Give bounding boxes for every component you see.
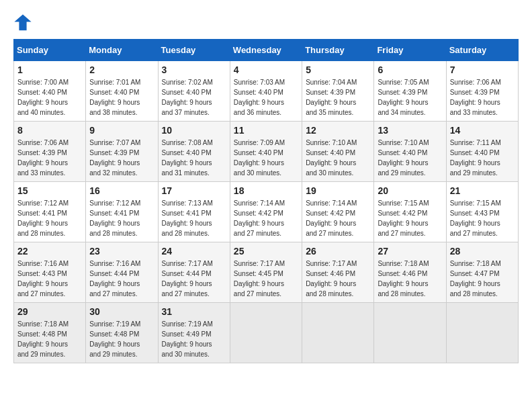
day-info: Sunrise: 7:03 AMSunset: 4:40 PMDaylight:…	[234, 77, 298, 118]
daylight-minutes: and 31 minutes.	[162, 169, 210, 177]
day-info: Sunrise: 7:06 AMSunset: 4:39 PMDaylight:…	[450, 77, 515, 118]
daylight-minutes: and 28 minutes.	[17, 230, 65, 237]
daylight-minutes: and 29 minutes.	[17, 351, 65, 358]
calendar-cell: 6Sunrise: 7:05 AMSunset: 4:39 PMDaylight…	[374, 61, 446, 122]
day-number: 7	[450, 64, 515, 75]
daylight-hours: Daylight: 9 hours	[162, 99, 212, 106]
daylight-minutes: and 38 minutes.	[89, 109, 137, 116]
calendar-cell: 2Sunrise: 7:01 AMSunset: 4:40 PMDaylight…	[86, 61, 158, 122]
day-number: 29	[17, 306, 82, 317]
daylight-hours: Daylight: 9 hours	[89, 340, 140, 348]
calendar-cell	[374, 303, 446, 363]
calendar-cell: 13Sunrise: 7:10 AMSunset: 4:40 PMDayligh…	[374, 122, 446, 182]
weekday-header-thursday: Thursday	[302, 40, 374, 61]
daylight-hours: Daylight: 9 hours	[450, 220, 500, 227]
calendar-cell: 14Sunrise: 7:11 AMSunset: 4:40 PMDayligh…	[446, 122, 518, 182]
daylight-minutes: and 30 minutes.	[234, 169, 281, 177]
daylight-minutes: and 28 minutes.	[162, 230, 210, 237]
calendar-cell: 9Sunrise: 7:07 AMSunset: 4:39 PMDaylight…	[86, 122, 158, 182]
day-info: Sunrise: 7:16 AMSunset: 4:43 PMDaylight:…	[17, 259, 82, 299]
daylight-minutes: and 27 minutes.	[89, 290, 137, 298]
day-number: 8	[17, 125, 82, 136]
day-number: 2	[89, 64, 154, 75]
daylight-minutes: and 40 minutes.	[17, 109, 65, 116]
day-info: Sunrise: 7:14 AMSunset: 4:42 PMDaylight:…	[234, 198, 298, 238]
daylight-minutes: and 28 minutes.	[450, 290, 498, 298]
day-number: 28	[450, 246, 515, 257]
daylight-minutes: and 37 minutes.	[162, 109, 210, 116]
day-number: 24	[162, 246, 226, 257]
daylight-hours: Daylight: 9 hours	[162, 280, 212, 287]
daylight-minutes: and 35 minutes.	[306, 109, 353, 116]
day-number: 27	[378, 246, 442, 257]
calendar-cell	[230, 303, 302, 363]
daylight-hours: Daylight: 9 hours	[450, 159, 500, 167]
header-row: SundayMondayTuesdayWednesdayThursdayFrid…	[14, 40, 519, 61]
daylight-minutes: and 27 minutes.	[234, 230, 281, 237]
daylight-hours: Daylight: 9 hours	[17, 159, 68, 167]
day-info: Sunrise: 7:17 AMSunset: 4:46 PMDaylight:…	[306, 259, 370, 299]
daylight-hours: Daylight: 9 hours	[89, 280, 140, 287]
day-info: Sunrise: 7:05 AMSunset: 4:39 PMDaylight:…	[378, 77, 442, 118]
daylight-hours: Daylight: 9 hours	[89, 220, 140, 227]
calendar-cell: 25Sunrise: 7:17 AMSunset: 4:45 PMDayligh…	[230, 242, 302, 303]
calendar-cell: 15Sunrise: 7:12 AMSunset: 4:41 PMDayligh…	[14, 182, 86, 242]
day-number: 5	[306, 64, 370, 75]
day-info: Sunrise: 7:06 AMSunset: 4:39 PMDaylight:…	[17, 138, 82, 178]
day-number: 4	[234, 64, 298, 75]
daylight-hours: Daylight: 9 hours	[234, 159, 284, 167]
daylight-minutes: and 29 minutes.	[450, 169, 498, 177]
daylight-minutes: and 36 minutes.	[234, 109, 281, 116]
page-container: SundayMondayTuesdayWednesdayThursdayFrid…	[13, 13, 519, 363]
weekday-header-wednesday: Wednesday	[230, 40, 302, 61]
daylight-hours: Daylight: 9 hours	[378, 159, 428, 167]
daylight-minutes: and 28 minutes.	[378, 290, 425, 298]
calendar-cell: 1Sunrise: 7:00 AMSunset: 4:40 PMDaylight…	[14, 61, 86, 122]
calendar-cell: 28Sunrise: 7:18 AMSunset: 4:47 PMDayligh…	[446, 242, 518, 303]
daylight-hours: Daylight: 9 hours	[89, 99, 140, 106]
daylight-minutes: and 33 minutes.	[17, 169, 65, 177]
daylight-minutes: and 27 minutes.	[17, 290, 65, 298]
day-info: Sunrise: 7:17 AMSunset: 4:44 PMDaylight:…	[162, 259, 226, 299]
day-info: Sunrise: 7:10 AMSunset: 4:40 PMDaylight:…	[378, 138, 442, 178]
day-info: Sunrise: 7:15 AMSunset: 4:43 PMDaylight:…	[450, 198, 515, 238]
daylight-minutes: and 27 minutes.	[450, 230, 498, 237]
calendar-cell: 24Sunrise: 7:17 AMSunset: 4:44 PMDayligh…	[158, 242, 230, 303]
daylight-minutes: and 30 minutes.	[306, 169, 353, 177]
calendar-cell: 4Sunrise: 7:03 AMSunset: 4:40 PMDaylight…	[230, 61, 302, 122]
weekday-header-sunday: Sunday	[14, 40, 86, 61]
calendar-cell: 23Sunrise: 7:16 AMSunset: 4:44 PMDayligh…	[86, 242, 158, 303]
calendar-cell: 29Sunrise: 7:18 AMSunset: 4:48 PMDayligh…	[14, 303, 86, 363]
day-number: 26	[306, 246, 370, 257]
day-info: Sunrise: 7:11 AMSunset: 4:40 PMDaylight:…	[450, 138, 515, 178]
daylight-hours: Daylight: 9 hours	[306, 280, 356, 287]
daylight-minutes: and 27 minutes.	[378, 230, 425, 237]
calendar-cell: 30Sunrise: 7:19 AMSunset: 4:48 PMDayligh…	[86, 303, 158, 363]
daylight-hours: Daylight: 9 hours	[378, 280, 428, 287]
day-number: 22	[17, 246, 82, 257]
day-info: Sunrise: 7:14 AMSunset: 4:42 PMDaylight:…	[306, 198, 370, 238]
day-info: Sunrise: 7:10 AMSunset: 4:40 PMDaylight:…	[306, 138, 370, 178]
calendar-cell: 18Sunrise: 7:14 AMSunset: 4:42 PMDayligh…	[230, 182, 302, 242]
daylight-minutes: and 27 minutes.	[162, 290, 210, 298]
calendar-body: 1Sunrise: 7:00 AMSunset: 4:40 PMDaylight…	[14, 61, 519, 363]
day-info: Sunrise: 7:08 AMSunset: 4:40 PMDaylight:…	[162, 138, 226, 178]
day-info: Sunrise: 7:18 AMSunset: 4:46 PMDaylight:…	[378, 259, 442, 299]
daylight-hours: Daylight: 9 hours	[306, 99, 356, 106]
day-info: Sunrise: 7:18 AMSunset: 4:48 PMDaylight:…	[17, 319, 82, 359]
weekday-header-saturday: Saturday	[446, 40, 518, 61]
daylight-hours: Daylight: 9 hours	[162, 340, 212, 348]
day-number: 15	[17, 185, 82, 196]
calendar-cell	[302, 303, 374, 363]
calendar-cell: 8Sunrise: 7:06 AMSunset: 4:39 PMDaylight…	[14, 122, 86, 182]
weekday-header-monday: Monday	[86, 40, 158, 61]
daylight-hours: Daylight: 9 hours	[234, 99, 284, 106]
daylight-minutes: and 28 minutes.	[89, 230, 137, 237]
daylight-hours: Daylight: 9 hours	[162, 159, 212, 167]
calendar-cell: 19Sunrise: 7:14 AMSunset: 4:42 PMDayligh…	[302, 182, 374, 242]
day-number: 13	[378, 125, 442, 136]
day-info: Sunrise: 7:07 AMSunset: 4:39 PMDaylight:…	[89, 138, 154, 178]
header	[13, 13, 519, 32]
calendar-cell: 20Sunrise: 7:15 AMSunset: 4:42 PMDayligh…	[374, 182, 446, 242]
calendar-cell: 31Sunrise: 7:19 AMSunset: 4:49 PMDayligh…	[158, 303, 230, 363]
